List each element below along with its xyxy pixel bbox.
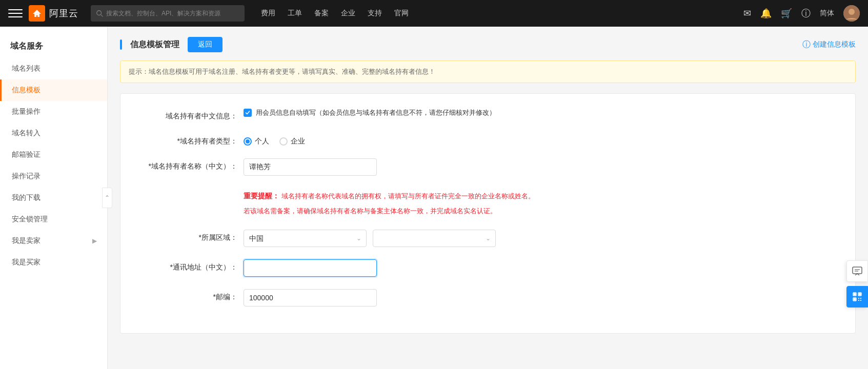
sidebar-item-buyer[interactable]: 我是买家 [0,252,107,273]
top-nav: 阿里云 搜索文档、控制台、API、解决方案和资源 费用 工单 备案 企业 支持 … [0,0,868,27]
region-label: *所属区域： [141,230,244,242]
nav-link-support[interactable]: 支持 [368,9,382,18]
form-row-address: *通讯地址（中文）： [141,259,835,277]
sidebar-item-domain-list[interactable]: 域名列表 [0,58,107,79]
nav-link-fees[interactable]: 费用 [261,9,275,18]
radio-enterprise-label: 企业 [291,137,305,146]
back-button[interactable]: 返回 [188,37,223,52]
radio-individual-label: 个人 [255,137,269,146]
svg-rect-9 [854,293,856,295]
nav-link-beian[interactable]: 备案 [314,9,329,18]
avatar[interactable] [843,5,860,22]
header-accent-line [120,39,122,50]
nav-link-ticket[interactable]: 工单 [288,9,302,18]
nav-link-official[interactable]: 官网 [394,9,409,18]
radio-individual[interactable]: 个人 [244,137,269,146]
reminder-spacer [141,188,244,192]
zipcode-input[interactable] [244,289,377,306]
svg-point-4 [849,9,855,15]
form-row-zipcode: *邮编： [141,289,835,306]
chat-float-btn[interactable] [846,260,868,282]
auto-fill-checkbox-row: 用会员信息自动填写（如会员信息与域名持有者信息不符，请您仔细核对并修改） [244,108,551,117]
reminder-line2-container: 若该域名需备案，请确保域名持有者名称与备案主体名称一致，并完成域名实名认证。 [244,205,551,217]
owner-name-input[interactable] [244,158,377,176]
layout: 域名服务 ⌃ 域名列表 信息模板 批量操作 域名转入 邮箱验证 操作记录 我的下… [0,27,868,369]
form-row-reminder: 重要提醒： 域名持有者名称代表域名的拥有权，请填写与所有者证件完全一致的企业名称… [141,188,835,217]
create-template-link[interactable]: ⓘ 创建信息模板 [802,39,856,50]
form-row-owner-name: *域名持有者名称（中文）： [141,158,835,176]
form-card: 域名持有者中文信息： 用会员信息自动填写（如会员信息与域名持有者信息不符，请您仔… [120,93,856,334]
owner-type-radio-row: 个人 企业 [244,133,551,146]
sidebar-title: 域名服务 [0,33,107,58]
sidebar-item-my-downloads[interactable]: 我的下载 [0,187,107,209]
info-banner: 提示：域名信息模板可用于域名注册、域名持有者变更等，请填写真实、准确、完整的域名… [120,60,856,83]
form-row-owner-type: *域名持有者类型： 个人 企业 [141,133,835,146]
sidebar-item-domain-transfer-in[interactable]: 域名转入 [0,122,107,144]
svg-rect-16 [858,300,859,301]
form-row-chinese-info: 域名持有者中文信息： 用会员信息自动填写（如会员信息与域名持有者信息不符，请您仔… [141,108,835,121]
mail-icon[interactable]: ✉ [743,8,751,19]
svg-rect-11 [859,293,861,295]
reminder-line1-container: 重要提醒： 域名持有者名称代表域名的拥有权，请填写与所有者证件完全一致的企业名称… [244,190,551,202]
owner-type-label: *域名持有者类型： [141,133,244,146]
owner-name-label: *域名持有者名称（中文）： [141,158,244,171]
search-placeholder: 搜索文档、控制台、API、解决方案和资源 [106,9,220,18]
nav-links: 费用 工单 备案 企业 支持 官网 [261,9,743,18]
region-control: 中国 美国 其他 ⌄ ⌄ [244,230,551,247]
info-banner-text: 提示：域名信息模板可用于域名注册、域名持有者变更等，请填写真实、准确、完整的域名… [129,68,435,75]
important-reminder: 重要提醒： 域名持有者名称代表域名的拥有权，请填写与所有者证件完全一致的企业名称… [244,190,551,217]
region-select-wrapper: 中国 美国 其他 ⌄ [244,230,367,247]
svg-rect-5 [853,267,862,274]
reminder-text-line2: 若该域名需备案，请确保域名持有者名称与备案主体名称一致，并完成域名实名认证。 [244,207,497,215]
sidebar-item-info-template[interactable]: 信息模板 [0,79,107,101]
create-link-icon: ⓘ [802,39,811,50]
reminder-text-line1: 域名持有者名称代表域名的拥有权，请填写与所有者证件完全一致的企业名称或姓名。 [281,192,535,200]
radio-enterprise[interactable]: 企业 [279,137,305,146]
sidebar-item-batch[interactable]: 批量操作 [0,101,107,122]
auto-fill-control: 用会员信息自动填写（如会员信息与域名持有者信息不符，请您仔细核对并修改） [244,108,551,117]
form-row-region: *所属区域： 中国 美国 其他 ⌄ [141,230,835,247]
sidebar: 域名服务 ⌃ 域名列表 信息模板 批量操作 域名转入 邮箱验证 操作记录 我的下… [0,27,108,369]
svg-rect-13 [854,298,856,300]
zipcode-control [244,289,551,306]
qr-float-btn[interactable] [846,286,868,308]
sidebar-item-seller[interactable]: 我是卖家 ▶ [0,230,107,252]
zipcode-label: *邮编： [141,289,244,302]
seller-expand-icon: ▶ [92,237,97,244]
owner-name-control [244,158,551,176]
nav-link-enterprise[interactable]: 企业 [341,9,355,18]
search-box[interactable]: 搜索文档、控制台、API、解决方案和资源 [91,5,245,22]
sidebar-item-email-verify[interactable]: 邮箱验证 [0,144,107,166]
region-select[interactable]: 中国 美国 其他 [244,230,367,247]
sidebar-collapse-btn[interactable]: ⌃ [102,188,112,208]
page-title: 信息模板管理 [130,39,179,50]
chinese-info-label: 域名持有者中文信息： [141,108,244,121]
auto-fill-checkbox[interactable] [244,109,252,117]
svg-rect-15 [860,298,861,299]
radio-individual-circle [244,137,252,146]
search-icon [96,10,103,17]
page-header: 信息模板管理 返回 ⓘ 创建信息模板 [120,37,856,52]
sidebar-item-operation-log[interactable]: 操作记录 [0,166,107,187]
help-icon[interactable]: ⓘ [801,7,811,19]
main-content: 信息模板管理 返回 ⓘ 创建信息模板 提示：域名信息模板可用于域名注册、域名持有… [108,27,868,369]
owner-type-control: 个人 企业 [244,133,551,146]
region2-select[interactable] [373,230,496,247]
cart-icon[interactable]: 🛒 [781,8,792,19]
auto-fill-label: 用会员信息自动填写（如会员信息与域名持有者信息不符，请您仔细核对并修改） [256,108,496,117]
address-control [244,259,551,277]
reminder-title: 重要提醒： [244,192,279,200]
nav-actions: ✉ 🔔 🛒 ⓘ 简体 [743,5,860,22]
lang-selector[interactable]: 简体 [820,9,834,18]
bell-icon[interactable]: 🔔 [760,8,772,19]
svg-rect-14 [858,298,859,299]
logo-text: 阿里云 [49,7,78,19]
svg-line-2 [101,15,103,17]
sidebar-item-security-lock[interactable]: 安全锁管理 [0,209,107,230]
logo-icon [29,5,45,22]
logo-area: 阿里云 [29,5,78,22]
floating-buttons [846,260,868,308]
region-selects: 中国 美国 其他 ⌄ ⌄ [244,230,551,247]
menu-icon[interactable] [8,6,23,20]
address-input[interactable] [244,259,377,277]
